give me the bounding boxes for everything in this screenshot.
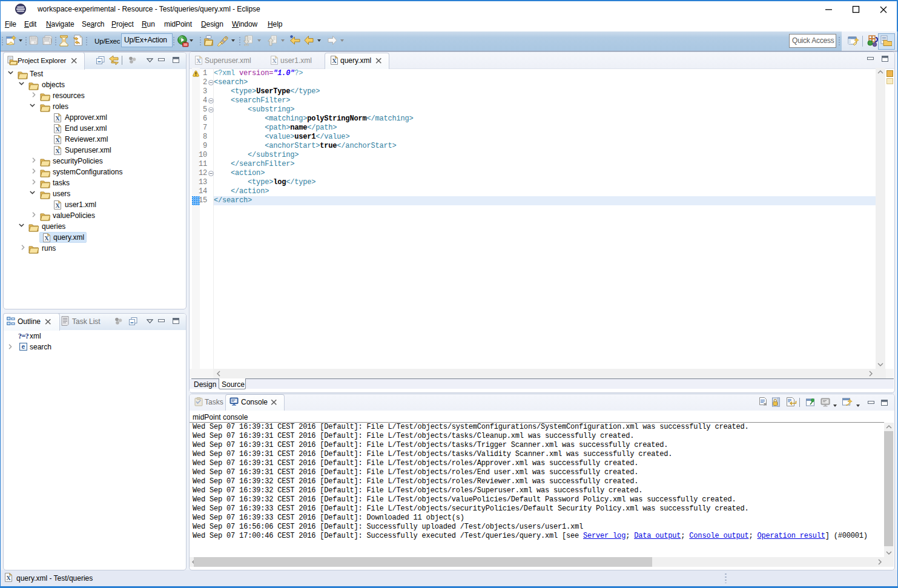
svg-text:e: e	[21, 343, 25, 350]
